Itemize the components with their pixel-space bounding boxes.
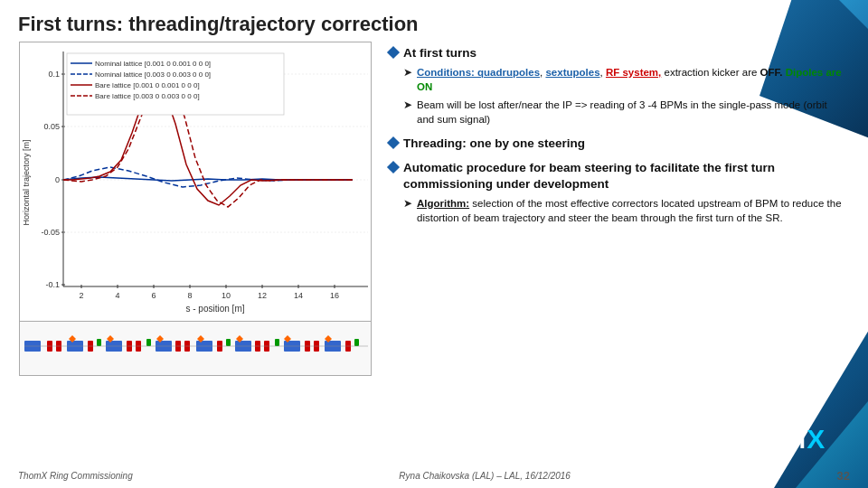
section-title-2: Threading: one by one steering — [403, 136, 585, 152]
chart-container: Horizontal trajectory [m] 0.1 0.05 0 -0.… — [14, 42, 376, 457]
svg-rect-58 — [226, 339, 231, 346]
svg-text:12: 12 — [258, 291, 267, 300]
svg-text:s - position [m]: s - position [m] — [185, 304, 244, 314]
svg-rect-62 — [275, 339, 279, 346]
arrow-icon-2: ➤ — [403, 99, 412, 111]
bullet-diamond-2 — [387, 136, 400, 149]
svg-rect-68 — [354, 339, 359, 346]
arrow-icon: ➤ — [403, 66, 412, 79]
svg-text:Nominal lattice [0.001 0 0.001: Nominal lattice [0.001 0 0.001 0 0 0] — [95, 60, 211, 68]
svg-text:0.1: 0.1 — [48, 70, 60, 79]
svg-rect-52 — [146, 339, 151, 346]
bullet-diamond — [387, 46, 400, 59]
sub-bullet-beam-lost: ➤ Beam will be lost after/near the IP =>… — [403, 98, 844, 127]
section-at-first-turns: At first turns ➤ Conditions: quadrupoles… — [389, 45, 844, 127]
svg-text:-0.1: -0.1 — [45, 280, 60, 289]
svg-text:4: 4 — [115, 291, 119, 300]
bullet-diamond-3 — [387, 161, 400, 174]
content-area: Horizontal trajectory [m] 0.1 0.05 0 -0.… — [0, 42, 868, 457]
sub-bullet-conditions: ➤ Conditions: quadrupoles, sextupoles, R… — [403, 65, 844, 94]
svg-text:0.05: 0.05 — [43, 122, 60, 131]
section-title-3: Automatic procedure for beam steering to… — [403, 160, 844, 192]
svg-text:THOMX: THOMX — [723, 424, 826, 454]
section-title-1: At first turns — [403, 45, 476, 61]
svg-text:14: 14 — [294, 291, 303, 300]
svg-text:6: 6 — [151, 291, 156, 300]
svg-rect-48 — [97, 339, 101, 346]
svg-text:Nominal lattice [0.003 0 0.003: Nominal lattice [0.003 0 0.003 0 0 0] — [95, 70, 211, 79]
svg-text:0: 0 — [55, 175, 60, 184]
footer-left-label: ThomX Ring Commissioning — [18, 471, 133, 481]
text-content: At first turns ➤ Conditions: quadrupoles… — [389, 42, 854, 457]
svg-text:Horizontal trajectory [m]: Horizontal trajectory [m] — [22, 139, 31, 225]
svg-text:Bare lattice [0.003 0 0.003 0 : Bare lattice [0.003 0 0.003 0 0 0] — [95, 92, 200, 100]
page-title: First turns: threading/trajectory correc… — [0, 0, 868, 42]
svg-text:10: 10 — [222, 291, 231, 300]
svg-text:8: 8 — [187, 291, 192, 300]
footer-page-number: 32 — [837, 469, 850, 483]
chart-svg: Horizontal trajectory [m] 0.1 0.05 0 -0.… — [19, 42, 372, 322]
footer-center-label: Ryna Chaikovska (LAL) – LAL, 16/12/2016 — [399, 471, 571, 481]
sub-bullet-algorithm: ➤ Algorithm: selection of the most effec… — [403, 196, 844, 225]
algorithm-text: Algorithm: selection of the most effecti… — [417, 196, 844, 225]
beam-lost-text: Beam will be lost after/near the IP => r… — [417, 98, 844, 127]
arrow-icon-3: ➤ — [403, 197, 412, 210]
section-automatic: Automatic procedure for beam steering to… — [389, 160, 844, 224]
section-threading: Threading: one by one steering — [389, 136, 844, 152]
lattice-panel — [19, 322, 372, 376]
svg-text:Bare lattice [0.001 0 0.001 0 : Bare lattice [0.001 0 0.001 0 0 0] — [95, 81, 200, 89]
svg-text:2: 2 — [79, 291, 83, 300]
conditions-text: Conditions: quadrupoles, sextupoles, RF … — [417, 65, 844, 94]
svg-text:-0.05: -0.05 — [41, 228, 60, 237]
footer: ThomX Ring Commissioning Ryna Chaikovska… — [0, 463, 868, 488]
svg-text:16: 16 — [330, 291, 339, 300]
logo: THOMX — [723, 417, 850, 463]
